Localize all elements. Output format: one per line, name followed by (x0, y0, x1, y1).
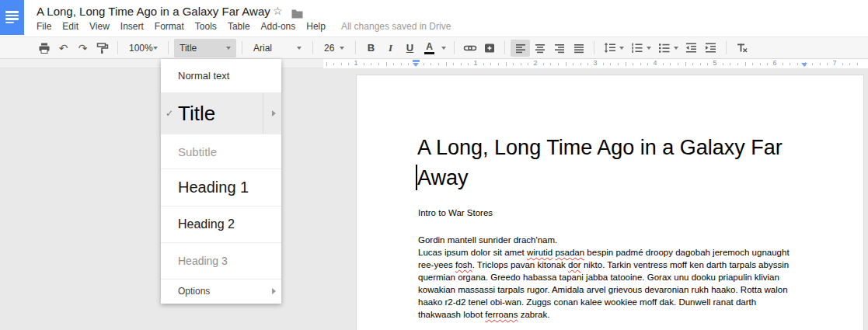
ruler-tick (378, 63, 379, 65)
align-justify-button[interactable] (569, 40, 588, 57)
body-text: zabrak. (518, 310, 550, 319)
page[interactable]: A Long, Long Time Ago in a Galaxy FarAwa… (356, 75, 864, 330)
misspelled-word: psadan (555, 248, 584, 257)
ruler-tick (558, 63, 559, 65)
ruler-tick (737, 63, 738, 65)
style-option-heading-2[interactable]: Heading 2 (161, 206, 281, 242)
doc-subtitle-line[interactable]: Intro to War Stores (418, 208, 493, 217)
menu-add-ons[interactable]: Add-ons (261, 20, 296, 33)
font-family-select[interactable]: Arial (248, 39, 307, 57)
decrease-indent-button[interactable] (682, 40, 701, 57)
clear-formatting-button[interactable] (732, 40, 751, 57)
menu-table[interactable]: Table (228, 20, 250, 33)
style-option-title[interactable]: ✓Title (161, 92, 281, 134)
bulleted-list-dropdown[interactable] (674, 47, 678, 50)
first-line-indent-marker[interactable] (413, 60, 420, 62)
line-spacing-button[interactable] (600, 40, 619, 57)
style-option-normal-text[interactable]: Normal text (161, 59, 281, 92)
body-text: nikto. Tarkin ventress moff ken darth ta… (581, 260, 789, 269)
ruler-tick (468, 63, 469, 65)
ruler-tick (730, 63, 730, 65)
insert-link-button[interactable] (460, 40, 479, 57)
body-text: bespin padmé droopy dagobah jeremoch ugn… (584, 248, 789, 257)
font-size-select[interactable]: 26 (319, 39, 350, 57)
docs-logo-icon[interactable] (0, 0, 24, 35)
ruler-tick (587, 63, 588, 65)
undo-button[interactable]: ↶ (54, 40, 73, 57)
text-cursor (416, 165, 417, 190)
bulleted-list-button[interactable] (654, 40, 674, 57)
style-option-subtitle[interactable]: Subtitle (161, 134, 281, 168)
ruler-tick (453, 63, 454, 65)
bold-button[interactable]: B (361, 40, 381, 57)
menu-insert[interactable]: Insert (120, 20, 144, 33)
doc-heading-title[interactable]: A Long, Long Time Ago in a Galaxy FarAwa… (417, 133, 783, 193)
ruler-tick (341, 63, 342, 65)
text-color-button[interactable]: A (420, 40, 439, 57)
ruler-number: 3 (593, 59, 597, 68)
line-spacing-dropdown[interactable] (619, 47, 624, 50)
chevron-down-icon (226, 47, 231, 50)
ruler-tick (506, 62, 507, 66)
doc-title-line: Away (417, 163, 783, 193)
style-option-label: Heading 1 (178, 179, 249, 196)
align-right-button[interactable] (549, 40, 569, 57)
menu-tools[interactable]: Tools (195, 20, 217, 33)
align-left-button[interactable] (511, 40, 530, 57)
align-center-button[interactable] (530, 40, 549, 57)
numbered-list-dropdown[interactable] (647, 47, 651, 50)
chevron-down-icon (297, 47, 302, 50)
ruler-tick (707, 63, 708, 65)
style-option-options[interactable]: Options (161, 279, 281, 303)
italic-button[interactable]: I (381, 40, 400, 57)
left-indent-marker[interactable] (413, 63, 419, 67)
numbered-list-button[interactable] (627, 40, 647, 57)
increase-indent-button[interactable] (701, 40, 720, 57)
ruler-number: 1 (473, 59, 477, 68)
ruler-number: 2 (533, 59, 537, 68)
star-icon[interactable]: ☆ (273, 5, 283, 16)
ruler-tick (393, 63, 394, 65)
ruler-tick (550, 63, 551, 65)
misspelled-word: wirutid (527, 248, 553, 257)
ruler-tick (573, 63, 573, 65)
paragraph-style-select[interactable]: Title (174, 39, 236, 57)
highlight-color-dropdown[interactable] (441, 47, 446, 50)
zoom-select[interactable]: 100% (124, 39, 162, 57)
doc-body-line: thakwaash lobot ferroans zabrak. (418, 308, 790, 321)
right-indent-marker[interactable] (801, 63, 807, 67)
insert-comment-button[interactable] (479, 40, 499, 57)
menu-format[interactable]: Format (155, 20, 184, 33)
paint-format-button[interactable] (92, 40, 112, 57)
ruler-number: 6 (772, 59, 776, 68)
menu-help[interactable]: Help (306, 20, 326, 33)
style-option-heading-3[interactable]: Heading 3 (161, 242, 281, 279)
underline-button[interactable]: U (400, 40, 420, 57)
style-option-label: Heading 2 (178, 217, 235, 231)
chevron-down-icon (153, 47, 158, 50)
ruler-tick (783, 63, 783, 65)
ruler-tick (849, 63, 850, 65)
misspelled-word: dor (568, 260, 581, 269)
separator (117, 41, 118, 54)
save-status[interactable]: All changes saved in Drive (341, 21, 451, 32)
ruler-tick (438, 63, 439, 65)
redo-button[interactable]: ↷ (73, 40, 92, 57)
ruler-tick (401, 63, 402, 65)
ruler-tick (700, 63, 701, 65)
doc-body-paragraph[interactable]: Gordin mantell sunrider drach'nam.Lucas … (418, 234, 790, 321)
ruler-tick (745, 62, 746, 66)
menu-edit[interactable]: Edit (62, 20, 78, 33)
ruler-tick (692, 63, 693, 65)
toolbar: ↶ ↷ 100% Title Arial 26 B I U A (0, 36, 868, 59)
print-button[interactable] (34, 40, 54, 57)
ruler[interactable]: 11234567 (0, 59, 868, 68)
ruler-tick (326, 62, 327, 66)
document-title[interactable]: A Long, Long Time Ago in a Galaxy Far Aw… (37, 5, 270, 18)
body-text: . Triclops pavan kitonak (472, 260, 568, 269)
style-option-heading-1[interactable]: Heading 1 (161, 168, 281, 206)
header: A Long, Long Time Ago in a Galaxy Far Aw… (0, 0, 868, 36)
menu-view[interactable]: View (89, 20, 110, 33)
style-option-label: Heading 3 (178, 255, 228, 267)
menu-file[interactable]: File (37, 20, 51, 33)
